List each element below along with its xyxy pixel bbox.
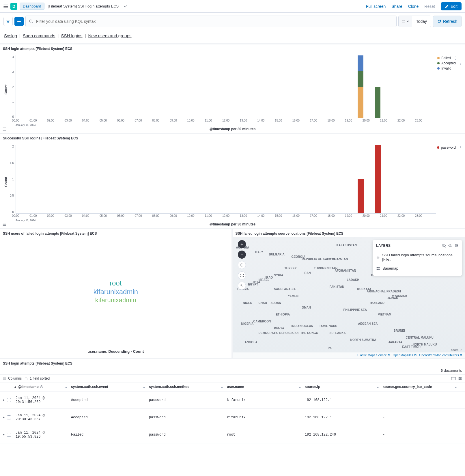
- wordcloud-word[interactable]: kifarunixadmin: [93, 288, 138, 296]
- map-zoom-in-button[interactable]: ＋: [238, 240, 246, 248]
- expand-row-icon[interactable]: [2, 433, 5, 436]
- cell-event: Failed: [69, 430, 147, 440]
- expand-row-icon[interactable]: [2, 416, 5, 419]
- chart-plot[interactable]: [16, 145, 436, 214]
- cell-timestamp: Jan 11, 2024 @ 20:31:56.269: [14, 393, 69, 407]
- svg-point-6: [450, 245, 451, 246]
- th-country[interactable]: source.geo.country_iso_code⌄: [381, 382, 459, 391]
- legend-more-icon[interactable]: ⋮: [454, 66, 458, 70]
- expand-row-icon[interactable]: [2, 399, 5, 402]
- nav-syslog[interactable]: Syslog: [4, 33, 17, 38]
- map-attr-link[interactable]: Elastic Maps Service: [357, 353, 387, 357]
- x-tick: 12:00: [222, 119, 229, 122]
- th-timestamp[interactable]: @timestamp ⌄: [0, 382, 69, 391]
- table-row[interactable]: Jan 11, 2024 @ 19:55:53.826 Failed passw…: [0, 426, 465, 443]
- legend-more-icon[interactable]: ⋮: [459, 145, 462, 150]
- reset-button[interactable]: Reset: [424, 4, 435, 9]
- x-tick: 00:00: [12, 214, 19, 217]
- add-filter-button[interactable]: [14, 17, 24, 26]
- layer-row[interactable]: SSH failed login attempts source locatio…: [373, 251, 462, 264]
- map-tool-button[interactable]: [238, 282, 246, 290]
- map-place-label: NIGERIA: [241, 322, 254, 325]
- map-zoom-out-button[interactable]: －: [238, 251, 246, 259]
- x-tick: 05:00: [100, 119, 107, 122]
- cell-sourceip: 192.168.122.1: [303, 412, 381, 422]
- svg-rect-17: [5, 377, 6, 380]
- table-row[interactable]: Jan 11, 2024 @ 20:30:43.367 Accepted pas…: [0, 409, 465, 426]
- share-button[interactable]: Share: [391, 4, 402, 9]
- x-axis-label: @timestamp per 30 minutes: [0, 127, 465, 133]
- map-place-label: TAMIL NADU: [319, 324, 337, 328]
- bar-failed[interactable]: [358, 87, 363, 118]
- query-input[interactable]: [36, 19, 393, 24]
- date-picker[interactable]: Today: [398, 16, 431, 27]
- query-input-wrapper[interactable]: [25, 16, 397, 27]
- bar-accepted[interactable]: [375, 87, 380, 118]
- data-table-icon[interactable]: [2, 222, 7, 227]
- map[interactable]: AUSTRIAITALYBULGARIAGEORGIATUNISIALIBYAT…: [233, 237, 465, 358]
- th-event[interactable]: system.auth.ssh.event⌄: [69, 382, 147, 391]
- row-checkbox[interactable]: [7, 433, 11, 437]
- breadcrumb-dashboard[interactable]: Dashboard: [20, 3, 44, 10]
- layer-row[interactable]: Basemap: [373, 264, 462, 273]
- nav-ssh[interactable]: SSH logins: [61, 33, 82, 38]
- map-place-label: ANGOLA: [245, 341, 258, 344]
- y-ticks: 4 3 2 1 0: [8, 55, 14, 118]
- legend-label[interactable]: Failed: [441, 56, 451, 60]
- map-place-label: AFGHANISTAN: [335, 269, 356, 272]
- th-sourceip[interactable]: source.ip⌄: [303, 382, 381, 391]
- layers-title: LAYERS: [376, 244, 391, 248]
- legend-more-icon[interactable]: ⋮: [454, 56, 457, 60]
- data-table-icon[interactable]: [2, 126, 7, 132]
- refresh-button[interactable]: Refresh: [433, 16, 462, 27]
- th-method[interactable]: system.auth.ssh.method⌄: [147, 382, 225, 391]
- th-username[interactable]: user.name⌄: [225, 382, 303, 391]
- filter-toggle-button[interactable]: [3, 17, 13, 26]
- x-tick: 09:00: [170, 119, 177, 122]
- row-checkbox[interactable]: [7, 398, 11, 402]
- breadcrumb: Dashboard [Filebeat System] SSH login at…: [20, 3, 127, 10]
- clone-button[interactable]: Clone: [408, 4, 419, 9]
- chart-legend: Failed⋮ Accepted⋮ Invalid⋮: [437, 56, 462, 72]
- table-row[interactable]: Jan 11, 2024 @ 20:31:56.269 Accepted pas…: [0, 391, 465, 409]
- legend-label[interactable]: password: [441, 145, 456, 150]
- x-tick: 14:00: [257, 119, 264, 122]
- bar-accepted[interactable]: [358, 71, 363, 87]
- sort-info[interactable]: 1 field sorted: [25, 376, 50, 380]
- bar-invalid[interactable]: [358, 55, 363, 71]
- fullscreen-table-icon[interactable]: [451, 376, 456, 380]
- panel-title: SSH login attempts [Filebeat System] ECS: [0, 44, 465, 52]
- bar-password[interactable]: [375, 145, 381, 213]
- refresh-icon: [437, 19, 441, 23]
- panel-title: Successful SSH logins [Filebeat System] …: [0, 134, 465, 141]
- edit-button[interactable]: Edit: [441, 2, 462, 10]
- x-tick: 16:00: [292, 214, 300, 217]
- chart-plot[interactable]: [16, 55, 436, 118]
- menu-icon[interactable]: [3, 4, 8, 9]
- map-attr-link[interactable]: OpenMapTiles: [393, 353, 413, 357]
- layers-visibility-icon[interactable]: [442, 244, 446, 248]
- map-place-label: MYANMAR: [392, 294, 407, 298]
- map-attr-link[interactable]: OpenStreetMap contributors: [419, 353, 459, 357]
- map-fit-button[interactable]: [238, 271, 246, 279]
- wordcloud[interactable]: root kifarunixadmin kifarunixadmin: [0, 237, 231, 346]
- row-checkbox[interactable]: [7, 415, 11, 419]
- layers-settings-icon[interactable]: [455, 244, 459, 248]
- wordcloud-word[interactable]: kifarunixadmin: [95, 296, 136, 304]
- svg-rect-15: [3, 377, 4, 380]
- nav-users[interactable]: New users and groups: [88, 33, 132, 38]
- columns-button[interactable]: Columns: [3, 376, 22, 380]
- fullscreen-button[interactable]: Full screen: [366, 4, 386, 9]
- nav-sudo[interactable]: Sudo commands: [23, 33, 55, 38]
- bar-password[interactable]: [358, 179, 364, 214]
- layers-eye-icon[interactable]: [448, 244, 452, 248]
- table-settings-icon[interactable]: [458, 376, 462, 380]
- wordcloud-word[interactable]: root: [110, 279, 122, 287]
- map-locate-button[interactable]: [238, 261, 246, 269]
- legend-label[interactable]: Invalid: [441, 66, 451, 70]
- x-tick: 07:00: [135, 214, 142, 217]
- breadcrumb-title[interactable]: [Filebeat System] SSH login attempts ECS: [45, 3, 122, 10]
- legend-more-icon[interactable]: ⋮: [459, 61, 462, 65]
- panel-ssh-attempts: SSH login attempts [Filebeat System] ECS…: [0, 44, 465, 133]
- legend-label[interactable]: Accepted: [441, 61, 456, 65]
